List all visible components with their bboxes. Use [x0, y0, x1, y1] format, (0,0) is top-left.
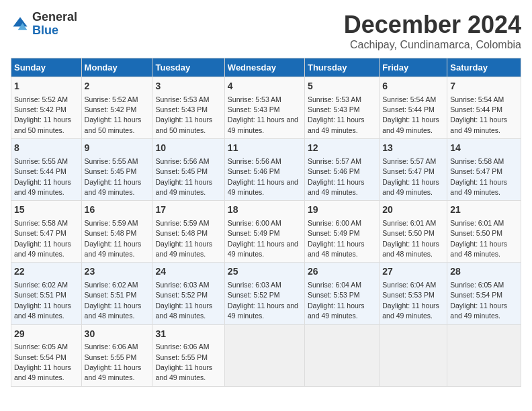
- day-detail: Sunrise: 6:05 AM Sunset: 5:54 PM Dayligh…: [14, 342, 71, 381]
- day-number: 19: [308, 203, 376, 217]
- day-detail: Sunrise: 6:01 AM Sunset: 5:50 PM Dayligh…: [382, 219, 439, 258]
- day-number: 3: [155, 80, 221, 93]
- header-row: SundayMondayTuesdayWednesdayThursdayFrid…: [11, 58, 521, 77]
- day-number: 20: [382, 203, 444, 217]
- day-number: 18: [228, 203, 302, 217]
- day-detail: Sunrise: 5:52 AM Sunset: 5:42 PM Dayligh…: [85, 95, 142, 134]
- logo-blue-text: Blue: [32, 24, 77, 38]
- day-detail: Sunrise: 6:02 AM Sunset: 5:51 PM Dayligh…: [85, 281, 142, 320]
- calendar-cell: 5Sunrise: 5:53 AM Sunset: 5:43 PM Daylig…: [304, 77, 379, 139]
- logo-icon: [11, 15, 30, 34]
- day-number: 6: [382, 80, 444, 93]
- day-number: 10: [155, 142, 221, 155]
- day-number: 1: [14, 80, 79, 93]
- day-number: 30: [85, 328, 150, 341]
- day-number: 7: [450, 80, 518, 93]
- day-number: 17: [155, 203, 221, 217]
- calendar-cell: 22Sunrise: 6:02 AM Sunset: 5:51 PM Dayli…: [11, 263, 82, 324]
- day-detail: Sunrise: 5:55 AM Sunset: 5:45 PM Dayligh…: [85, 157, 142, 196]
- calendar-cell: 26Sunrise: 6:04 AM Sunset: 5:53 PM Dayli…: [304, 263, 379, 324]
- day-detail: Sunrise: 5:58 AM Sunset: 5:47 PM Dayligh…: [450, 157, 507, 196]
- day-number: 31: [155, 328, 221, 341]
- day-number: 11: [228, 142, 302, 155]
- day-number: 9: [85, 142, 150, 155]
- day-detail: Sunrise: 5:54 AM Sunset: 5:44 PM Dayligh…: [450, 95, 507, 134]
- column-header-tuesday: Tuesday: [152, 58, 224, 77]
- column-header-sunday: Sunday: [11, 58, 82, 77]
- calendar-cell: 17Sunrise: 5:59 AM Sunset: 5:48 PM Dayli…: [152, 201, 224, 263]
- calendar-cell: 30Sunrise: 6:06 AM Sunset: 5:55 PM Dayli…: [81, 324, 152, 386]
- day-detail: Sunrise: 6:00 AM Sunset: 5:49 PM Dayligh…: [228, 219, 298, 258]
- day-number: 26: [308, 265, 376, 279]
- column-header-friday: Friday: [380, 58, 447, 77]
- calendar-cell: 19Sunrise: 6:00 AM Sunset: 5:49 PM Dayli…: [304, 201, 379, 263]
- calendar-cell: 4Sunrise: 5:53 AM Sunset: 5:43 PM Daylig…: [224, 77, 304, 139]
- week-row-3: 15Sunrise: 5:58 AM Sunset: 5:47 PM Dayli…: [11, 201, 521, 263]
- calendar-cell: 13Sunrise: 5:57 AM Sunset: 5:47 PM Dayli…: [380, 139, 447, 201]
- day-detail: Sunrise: 6:00 AM Sunset: 5:49 PM Dayligh…: [308, 219, 365, 258]
- day-detail: Sunrise: 6:01 AM Sunset: 5:50 PM Dayligh…: [450, 219, 507, 258]
- week-row-4: 22Sunrise: 6:02 AM Sunset: 5:51 PM Dayli…: [11, 263, 521, 324]
- day-number: 4: [228, 80, 302, 93]
- day-detail: Sunrise: 6:03 AM Sunset: 5:52 PM Dayligh…: [228, 281, 298, 320]
- calendar-cell: 3Sunrise: 5:53 AM Sunset: 5:43 PM Daylig…: [152, 77, 224, 139]
- calendar-cell: [224, 324, 304, 386]
- day-detail: Sunrise: 5:56 AM Sunset: 5:45 PM Dayligh…: [155, 157, 212, 196]
- calendar-cell: 9Sunrise: 5:55 AM Sunset: 5:45 PM Daylig…: [81, 139, 152, 201]
- day-number: 15: [14, 203, 79, 217]
- day-number: 16: [85, 203, 150, 217]
- day-detail: Sunrise: 6:03 AM Sunset: 5:52 PM Dayligh…: [155, 281, 212, 320]
- calendar-cell: 14Sunrise: 5:58 AM Sunset: 5:47 PM Dayli…: [447, 139, 521, 201]
- calendar-cell: 31Sunrise: 6:06 AM Sunset: 5:55 PM Dayli…: [152, 324, 224, 386]
- day-detail: Sunrise: 5:53 AM Sunset: 5:43 PM Dayligh…: [308, 95, 365, 134]
- day-detail: Sunrise: 5:58 AM Sunset: 5:47 PM Dayligh…: [14, 219, 71, 258]
- day-detail: Sunrise: 6:06 AM Sunset: 5:55 PM Dayligh…: [85, 342, 142, 381]
- column-header-thursday: Thursday: [304, 58, 379, 77]
- column-header-wednesday: Wednesday: [224, 58, 304, 77]
- day-detail: Sunrise: 5:53 AM Sunset: 5:43 PM Dayligh…: [155, 95, 212, 134]
- day-detail: Sunrise: 6:04 AM Sunset: 5:53 PM Dayligh…: [308, 281, 365, 320]
- calendar-cell: 21Sunrise: 6:01 AM Sunset: 5:50 PM Dayli…: [447, 201, 521, 263]
- calendar-cell: 2Sunrise: 5:52 AM Sunset: 5:42 PM Daylig…: [81, 77, 152, 139]
- day-number: 8: [14, 142, 79, 155]
- logo-text: General Blue: [32, 11, 77, 38]
- day-number: 21: [450, 203, 518, 217]
- calendar-cell: 10Sunrise: 5:56 AM Sunset: 5:45 PM Dayli…: [152, 139, 224, 201]
- calendar-cell: 25Sunrise: 6:03 AM Sunset: 5:52 PM Dayli…: [224, 263, 304, 324]
- day-detail: Sunrise: 6:06 AM Sunset: 5:55 PM Dayligh…: [155, 342, 212, 381]
- day-detail: Sunrise: 5:54 AM Sunset: 5:44 PM Dayligh…: [382, 95, 439, 134]
- column-header-monday: Monday: [81, 58, 152, 77]
- calendar-cell: 29Sunrise: 6:05 AM Sunset: 5:54 PM Dayli…: [11, 324, 82, 386]
- calendar-cell: 18Sunrise: 6:00 AM Sunset: 5:49 PM Dayli…: [224, 201, 304, 263]
- calendar-cell: 7Sunrise: 5:54 AM Sunset: 5:44 PM Daylig…: [447, 77, 521, 139]
- calendar-cell: [447, 324, 521, 386]
- calendar-cell: 8Sunrise: 5:55 AM Sunset: 5:44 PM Daylig…: [11, 139, 82, 201]
- calendar-cell: 11Sunrise: 5:56 AM Sunset: 5:46 PM Dayli…: [224, 139, 304, 201]
- calendar-cell: 15Sunrise: 5:58 AM Sunset: 5:47 PM Dayli…: [11, 201, 82, 263]
- column-header-saturday: Saturday: [447, 58, 521, 77]
- day-detail: Sunrise: 5:57 AM Sunset: 5:46 PM Dayligh…: [308, 157, 365, 196]
- day-detail: Sunrise: 5:53 AM Sunset: 5:43 PM Dayligh…: [228, 95, 298, 134]
- day-number: 27: [382, 265, 444, 279]
- calendar-cell: [304, 324, 379, 386]
- calendar-cell: 28Sunrise: 6:05 AM Sunset: 5:54 PM Dayli…: [447, 263, 521, 324]
- calendar-cell: 24Sunrise: 6:03 AM Sunset: 5:52 PM Dayli…: [152, 263, 224, 324]
- day-number: 28: [450, 265, 518, 279]
- day-number: 2: [85, 80, 150, 93]
- subtitle: Cachipay, Cundinamarca, Colombia: [344, 39, 521, 51]
- day-number: 22: [14, 265, 79, 279]
- day-number: 23: [85, 265, 150, 279]
- day-number: 13: [382, 142, 444, 155]
- day-number: 24: [155, 265, 221, 279]
- day-detail: Sunrise: 5:59 AM Sunset: 5:48 PM Dayligh…: [155, 219, 212, 258]
- day-number: 5: [308, 80, 376, 93]
- day-number: 14: [450, 142, 518, 155]
- day-detail: Sunrise: 5:52 AM Sunset: 5:42 PM Dayligh…: [14, 95, 71, 134]
- day-detail: Sunrise: 6:04 AM Sunset: 5:53 PM Dayligh…: [382, 281, 439, 320]
- day-number: 12: [308, 142, 376, 155]
- day-detail: Sunrise: 5:57 AM Sunset: 5:47 PM Dayligh…: [382, 157, 439, 196]
- svg-marker-0: [13, 17, 28, 26]
- title-block: December 2024 Cachipay, Cundinamarca, Co…: [344, 11, 521, 51]
- calendar-cell: 1Sunrise: 5:52 AM Sunset: 5:42 PM Daylig…: [11, 77, 82, 139]
- calendar-cell: 23Sunrise: 6:02 AM Sunset: 5:51 PM Dayli…: [81, 263, 152, 324]
